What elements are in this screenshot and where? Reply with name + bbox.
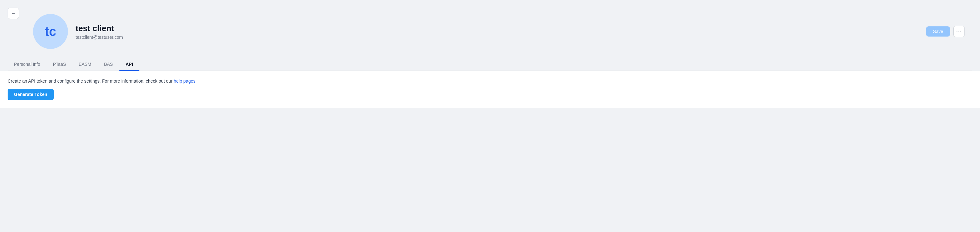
generate-token-button[interactable]: Generate Token [8,89,54,100]
profile-email: testclient@testuser.com [76,35,926,40]
tab-easm[interactable]: EASM [72,58,98,70]
help-pages-link[interactable]: help pages [174,78,196,83]
profile-name: test client [76,24,926,34]
api-content: Create an API token and configure the se… [0,71,980,108]
back-button[interactable]: ← [8,8,19,19]
tab-bas[interactable]: BAS [97,58,119,70]
avatar: tc [33,14,68,49]
save-button[interactable]: Save [926,26,950,37]
tabs-navigation: Personal Info PTaaS EASM BAS API [8,58,972,71]
api-info-text: Create an API token and configure the se… [8,78,972,83]
more-options-button[interactable]: ··· [953,26,965,37]
tab-api[interactable]: API [119,58,139,70]
tab-personal-info[interactable]: Personal Info [8,58,47,70]
tab-ptaas[interactable]: PTaaS [47,58,72,70]
